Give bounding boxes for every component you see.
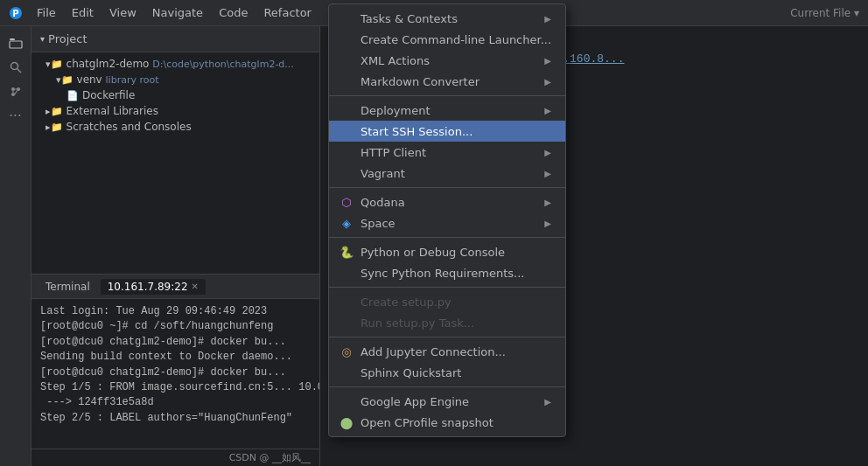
menu-item-http-client[interactable]: HTTP Client ▶ xyxy=(329,142,565,163)
separator xyxy=(329,287,565,288)
terminal-line: [root@dcu0 chatglm2-demo]# docker bu... xyxy=(40,335,311,350)
menu-item-label: Space xyxy=(360,217,537,230)
terminal-line: [root@dcu0 ~]# cd /soft/huangchunfeng xyxy=(40,319,311,334)
tree-item-scratches[interactable]: ▸📁 Scratches and Consoles xyxy=(32,119,319,135)
ssh-icon xyxy=(340,124,354,138)
terminal-line: ---> 124ff31e5a8d xyxy=(40,395,311,410)
terminal-footer: CSDN @ __如风__ xyxy=(32,449,319,466)
project-header[interactable]: ▾ Project xyxy=(32,26,319,52)
svg-point-7 xyxy=(17,87,20,91)
file-icon: 📄 xyxy=(66,90,79,101)
folder-icon: ▸📁 xyxy=(46,122,63,133)
menu-item-tasks-contexts[interactable]: Tasks & Contexts ▶ xyxy=(329,8,565,29)
menu-file[interactable]: File xyxy=(30,4,63,21)
menu-item-label: Open CProfile snapshot xyxy=(360,416,551,429)
menu-item-cprofile[interactable]: ⬤ Open CProfile snapshot xyxy=(329,412,565,433)
menu-item-label: Create Command-line Launcher... xyxy=(360,33,551,46)
menu-item-label: XML Actions xyxy=(360,54,537,67)
jupyter-icon: ◎ xyxy=(340,344,354,358)
menu-item-label: Sync Python Requirements... xyxy=(360,267,551,280)
markdown-icon xyxy=(340,74,354,88)
menu-edit[interactable]: Edit xyxy=(65,4,101,21)
menu-item-python-debug-console[interactable]: 🐍 Python or Debug Console xyxy=(329,241,565,262)
menu-item-label: Python or Debug Console xyxy=(360,246,551,259)
menu-item-create-cmd[interactable]: Create Command-line Launcher... xyxy=(329,29,565,50)
menu-code[interactable]: Code xyxy=(212,4,255,21)
project-panel: ▾ Project ▾📁 chatglm2-demo D:\code\pytho… xyxy=(32,26,320,466)
submenu-arrow-icon: ▶ xyxy=(544,397,551,407)
sidebar-icons: ··· xyxy=(0,26,32,466)
xml-icon xyxy=(340,53,354,67)
space-icon: ◈ xyxy=(340,216,354,230)
current-file-label[interactable]: Current File ▾ xyxy=(790,7,859,19)
menu-item-label: Run setup.py Task... xyxy=(360,316,551,330)
menu-item-vagrant[interactable]: Vagrant ▶ xyxy=(329,163,565,184)
terminal-content: Last login: Tue Aug 29 09:46:49 2023 [ro… xyxy=(32,299,319,449)
tab-terminal[interactable]: Terminal xyxy=(38,279,97,295)
menu-item-label: Vagrant xyxy=(360,167,537,180)
menu-item-sync-python[interactable]: Sync Python Requirements... xyxy=(329,262,565,283)
project-tree: ▾📁 chatglm2-demo D:\code\python\chatglm2… xyxy=(32,52,319,274)
submenu-arrow-icon: ▶ xyxy=(544,77,551,87)
terminal-tabs: Terminal 10.161.7.89:22 ✕ xyxy=(32,275,319,299)
setup-icon xyxy=(340,295,354,309)
menu-item-markdown[interactable]: Markdown Converter ▶ xyxy=(329,71,565,92)
tree-item-chatglm2[interactable]: ▾📁 chatglm2-demo D:\code\python\chatglm2… xyxy=(32,56,319,72)
submenu-arrow-icon: ▶ xyxy=(544,198,551,207)
menu-item-space[interactable]: ◈ Space ▶ xyxy=(329,212,565,233)
separator xyxy=(329,187,565,188)
python-icon: 🐍 xyxy=(340,245,354,259)
tree-item-external-libs[interactable]: ▸📁 External Libraries xyxy=(32,103,319,119)
menu-refactor[interactable]: Refactor xyxy=(256,4,318,21)
menu-item-label: Google App Engine xyxy=(360,395,537,408)
sidebar-icon-project[interactable] xyxy=(6,33,25,52)
separator xyxy=(329,386,565,387)
separator xyxy=(329,95,565,96)
footer-text: CSDN @ __如风__ xyxy=(229,452,311,463)
terminal-line: [root@dcu0 chatglm2-demo]# docker bu... xyxy=(40,365,311,380)
menu-item-run-setup-task[interactable]: Run setup.py Task... xyxy=(329,312,565,333)
submenu-arrow-icon: ▶ xyxy=(544,148,551,157)
menu-item-add-jupyter[interactable]: ◎ Add Jupyter Connection... xyxy=(329,341,565,362)
app-icon: P xyxy=(9,6,23,20)
sidebar-icon-more[interactable]: ··· xyxy=(6,107,25,126)
tree-item-label: venv library root xyxy=(77,73,312,86)
menu-item-xml-actions[interactable]: XML Actions ▶ xyxy=(329,50,565,71)
menu-item-google-app-engine[interactable]: Google App Engine ▶ xyxy=(329,391,565,412)
menu-item-deployment[interactable]: Deployment ▶ xyxy=(329,100,565,121)
menu-item-label: Qodana xyxy=(360,196,537,209)
submenu-arrow-icon: ▶ xyxy=(544,219,551,228)
separator xyxy=(329,337,565,337)
menu-item-label: Tasks & Contexts xyxy=(360,12,537,25)
svg-point-8 xyxy=(11,93,15,96)
menu-view[interactable]: View xyxy=(102,4,144,21)
tab-close-button[interactable]: ✕ xyxy=(192,282,199,291)
tree-item-dockerfile[interactable]: 📄 Dockerfile xyxy=(32,87,319,103)
terminal-line: Sending build context to Docker daemo... xyxy=(40,350,311,365)
menu-item-label: HTTP Client xyxy=(360,146,537,159)
tree-item-venv[interactable]: ▾📁 venv library root xyxy=(32,72,319,87)
qodana-icon: ⬡ xyxy=(340,195,354,209)
submenu-arrow-icon: ▶ xyxy=(544,106,551,115)
folder-icon: ▸📁 xyxy=(46,106,63,117)
svg-rect-3 xyxy=(10,41,22,48)
menu-item-create-setup[interactable]: Create setup.py xyxy=(329,291,565,312)
submenu-arrow-icon: ▶ xyxy=(544,169,551,178)
terminal-line: Step 2/5 : LABEL authors="HuangChunFeng" xyxy=(40,411,311,426)
menu-item-start-ssh[interactable]: Start SSH Session... xyxy=(329,121,565,142)
terminal-panel: Terminal 10.161.7.89:22 ✕ Last login: Tu… xyxy=(32,274,319,466)
sphinx-icon xyxy=(340,365,354,379)
deployment-icon xyxy=(340,103,354,117)
folder-icon: ▾📁 xyxy=(56,74,74,86)
svg-point-6 xyxy=(11,87,15,91)
google-icon xyxy=(340,394,354,408)
menu-item-qodana[interactable]: ⬡ Qodana ▶ xyxy=(329,191,565,212)
tab-ssh[interactable]: 10.161.7.89:22 ✕ xyxy=(101,279,206,295)
menu-item-sphinx[interactable]: Sphinx Quickstart xyxy=(329,362,565,383)
sidebar-icon-search[interactable] xyxy=(6,58,25,77)
menu-navigate[interactable]: Navigate xyxy=(145,4,210,21)
project-title: Project xyxy=(48,32,87,45)
sync-icon xyxy=(340,266,354,280)
tab-ssh-label: 10.161.7.89:22 xyxy=(108,281,188,293)
sidebar-icon-git[interactable] xyxy=(6,82,25,101)
